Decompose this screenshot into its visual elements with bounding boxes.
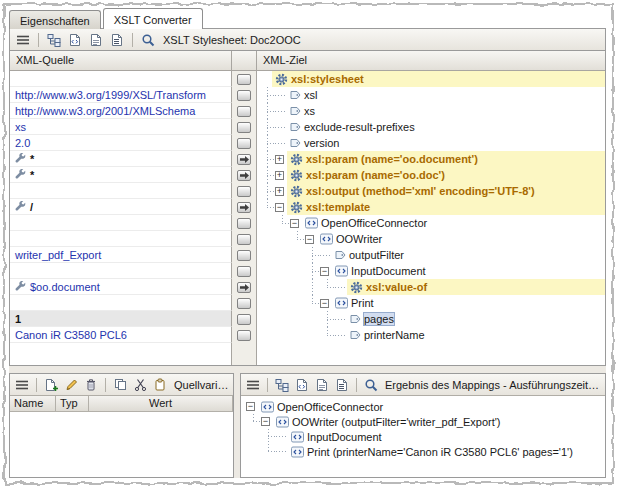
- expander-minus-icon[interactable]: −: [275, 203, 284, 212]
- text-view-icon[interactable]: [108, 31, 126, 48]
- expander-plus-icon[interactable]: +: [275, 187, 284, 196]
- horizontal-splitter[interactable]: [9, 366, 606, 373]
- column-header-wert[interactable]: Wert: [89, 396, 233, 411]
- window-content: EigenschaftenXSLT Converter XSLT Stylesh…: [9, 8, 606, 478]
- expander-minus-icon[interactable]: −: [246, 402, 255, 411]
- tree-node-label[interactable]: Print (printerName='Canon iR C3580 PCL6'…: [307, 446, 573, 458]
- delete-variable-icon[interactable]: [82, 376, 100, 393]
- expander-plus-icon[interactable]: +: [275, 171, 284, 180]
- source-cell[interactable]: 2.0: [10, 135, 232, 151]
- tree-node-label[interactable]: printerName: [364, 329, 425, 341]
- source-cell[interactable]: [10, 71, 232, 87]
- variables-table-body[interactable]: [10, 412, 233, 477]
- source-cell[interactable]: [10, 183, 232, 199]
- mapping-arrow-button[interactable]: [237, 154, 251, 165]
- tree-node-label[interactable]: exclude-result-prefixes: [304, 121, 415, 133]
- tree-indent: [275, 119, 287, 135]
- source-cell[interactable]: 1: [10, 311, 232, 327]
- tree-node-label[interactable]: OpenOfficeConnector: [321, 217, 427, 229]
- source-cell[interactable]: http://www.w3.org/1999/XSL/Transform: [10, 87, 232, 103]
- mapping-connector-button[interactable]: [237, 250, 251, 261]
- tree-node-label[interactable]: OOWriter: [336, 233, 382, 245]
- tree-node-label[interactable]: outputFilter: [349, 249, 404, 261]
- hex-view-icon[interactable]: [313, 376, 331, 393]
- tree-indent: −: [305, 231, 317, 247]
- tree-node-label[interactable]: Print: [351, 297, 374, 309]
- tree-node-label[interactable]: xsl:template: [306, 201, 370, 213]
- tree-node: OpenOfficeConnector: [302, 215, 430, 231]
- expander-plus-icon[interactable]: +: [275, 155, 284, 164]
- tree-node-label[interactable]: xsl:value-of: [366, 281, 427, 293]
- mapping-connector-button[interactable]: [237, 330, 251, 341]
- cut-icon[interactable]: [131, 376, 149, 393]
- mapping-arrow-button[interactable]: [237, 282, 251, 293]
- tree-view-icon[interactable]: [273, 376, 291, 393]
- tree-node-label[interactable]: xsl:output (method='xml' encoding='UTF-8…: [306, 185, 535, 197]
- tree-node-label[interactable]: InputDocument: [307, 431, 382, 443]
- result-tree: −OpenOfficeConnector−OOWriter (outputFil…: [241, 396, 605, 477]
- expander-minus-icon[interactable]: −: [305, 235, 314, 244]
- menu-icon[interactable]: [13, 376, 31, 393]
- edit-variable-icon[interactable]: [62, 376, 80, 393]
- mapping-connector-button[interactable]: [237, 234, 251, 245]
- mapping-connector-button[interactable]: [237, 90, 251, 101]
- mapping-arrow-button[interactable]: [237, 202, 251, 213]
- hex-view-icon[interactable]: [87, 31, 105, 48]
- source-cell[interactable]: [10, 263, 232, 279]
- mapping-connector-button[interactable]: [237, 298, 251, 309]
- menu-icon[interactable]: [14, 31, 32, 48]
- source-cell[interactable]: http://www.w3.org/2001/XMLSchema: [10, 103, 232, 119]
- tree-guide: [260, 215, 275, 231]
- tree-view-icon[interactable]: [45, 31, 63, 48]
- source-cell[interactable]: $oo.document: [10, 279, 232, 295]
- mapping-connector-button[interactable]: [237, 314, 251, 325]
- xml-view-icon[interactable]: [66, 31, 84, 48]
- source-cell[interactable]: writer_pdf_Export: [10, 247, 232, 263]
- tree-node: OOWriter (outputFilter='writer_pdf_Expor…: [273, 414, 503, 429]
- copy-icon[interactable]: [111, 376, 129, 393]
- text-view-icon[interactable]: [333, 376, 351, 393]
- tab-eigenschaften[interactable]: Eigenschaften: [9, 10, 101, 29]
- tree-node-label[interactable]: version: [304, 137, 339, 149]
- tree-node-label[interactable]: InputDocument: [351, 265, 426, 277]
- new-variable-icon[interactable]: [42, 376, 60, 393]
- source-cell[interactable]: xs: [10, 119, 232, 135]
- source-cell[interactable]: [10, 295, 232, 311]
- tree-node-label[interactable]: xsl:param (name='oo.document'): [306, 153, 478, 165]
- tab-xslt-converter[interactable]: XSLT Converter: [103, 8, 203, 29]
- tree-node-label[interactable]: OOWriter (outputFilter='writer_pdf_Expor…: [292, 416, 500, 428]
- tree-indent: [335, 327, 347, 343]
- menu-icon[interactable]: [244, 376, 262, 393]
- expander-minus-icon[interactable]: −: [261, 417, 270, 426]
- mapping-connector-button[interactable]: [237, 106, 251, 117]
- mapping-connector-button[interactable]: [237, 186, 251, 197]
- tree-node-label[interactable]: xs: [304, 105, 315, 117]
- expander-minus-icon[interactable]: −: [320, 267, 329, 276]
- expander-minus-icon[interactable]: −: [290, 219, 299, 228]
- mapping-connector-button[interactable]: [237, 74, 251, 85]
- mapping-connector-button[interactable]: [237, 138, 251, 149]
- column-header-typ[interactable]: Typ: [56, 396, 89, 411]
- target-node: outputFilter: [257, 247, 605, 263]
- xml-view-icon[interactable]: [293, 376, 311, 393]
- source-cell[interactable]: Canon iR C3580 PCL6: [10, 327, 232, 343]
- target-node: xsl: [257, 87, 605, 103]
- tree-node-label[interactable]: xsl:param (name='oo.doc'): [306, 169, 445, 181]
- mapping-connector-button[interactable]: [237, 218, 251, 229]
- tree-node-label[interactable]: OpenOfficeConnector: [277, 401, 383, 413]
- paste-icon[interactable]: [151, 376, 169, 393]
- tree-node-label[interactable]: pages: [364, 313, 394, 325]
- source-cell[interactable]: *: [10, 167, 232, 183]
- mapping-arrow-button[interactable]: [237, 170, 251, 181]
- column-header-name[interactable]: Name: [10, 396, 56, 411]
- source-cell[interactable]: [10, 231, 232, 247]
- source-cell[interactable]: /: [10, 199, 232, 215]
- mapping-connector-button[interactable]: [237, 122, 251, 133]
- tree-node-label[interactable]: xsl:stylesheet: [291, 73, 364, 85]
- tree-node-label[interactable]: xsl: [304, 89, 317, 101]
- expander-minus-icon[interactable]: −: [320, 299, 329, 308]
- source-cell[interactable]: [10, 215, 232, 231]
- source-cell[interactable]: *: [10, 151, 232, 167]
- mapping-connector-button[interactable]: [237, 266, 251, 277]
- toolbar-divider: [36, 378, 37, 392]
